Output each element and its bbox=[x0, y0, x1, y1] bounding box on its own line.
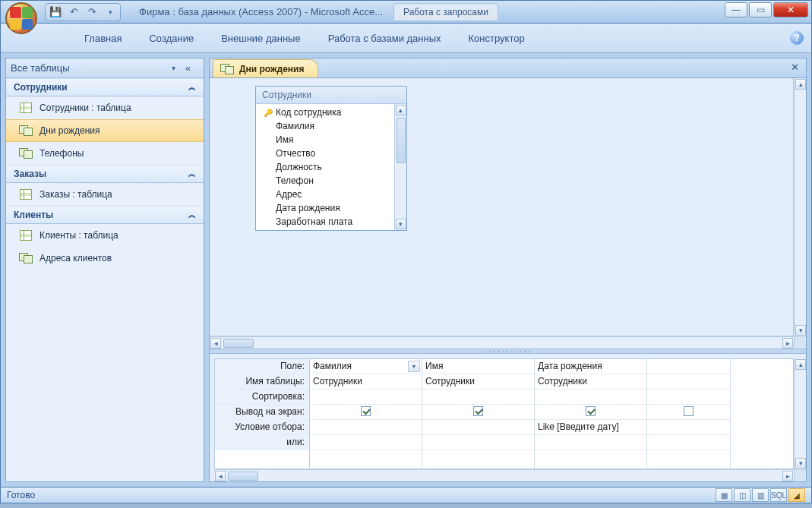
nav-item-telefony[interactable]: Телефоны bbox=[6, 142, 204, 165]
cell-or[interactable] bbox=[310, 435, 422, 450]
field-list-sotrudniki[interactable]: Сотрудники 🔑Код сотрудника Фамилия Имя О… bbox=[255, 86, 407, 231]
nav-item-dni-rozhdeniya[interactable]: Дни рождения bbox=[6, 119, 204, 142]
cell-sort[interactable] bbox=[535, 390, 646, 405]
scroll-down-icon[interactable]: ▾ bbox=[795, 325, 806, 336]
checkbox-icon[interactable] bbox=[473, 406, 483, 416]
cell-table[interactable]: Сотрудники bbox=[535, 374, 646, 390]
nav-group-sotrudniki[interactable]: Сотрудники ︽ bbox=[6, 78, 204, 96]
cell-sort[interactable] bbox=[422, 390, 534, 405]
nav-item-sotrudniki-table[interactable]: Сотрудники : таблица bbox=[6, 96, 204, 119]
nav-header[interactable]: Все таблицы ▾ « bbox=[6, 58, 204, 78]
field-list-scrollbar[interactable]: ▴ ▾ bbox=[394, 104, 406, 230]
cell-field[interactable]: Дата рождения bbox=[535, 359, 646, 374]
cell-criteria[interactable]: Like [Введите дату] bbox=[535, 420, 646, 435]
field-row[interactable]: Отчество bbox=[264, 147, 391, 160]
workspace: Все таблицы ▾ « Сотрудники ︽ Сотрудники … bbox=[0, 53, 812, 487]
view-datasheet-button[interactable]: ▦ bbox=[716, 488, 732, 502]
upper-horizontal-scrollbar[interactable]: ◂ ▸ bbox=[210, 336, 794, 349]
scroll-down-icon[interactable]: ▾ bbox=[396, 219, 406, 229]
document-close-button[interactable]: ✕ bbox=[788, 62, 801, 74]
redo-icon[interactable]: ↷ bbox=[85, 5, 99, 19]
field-row[interactable]: Заработная плата bbox=[264, 215, 391, 229]
pane-splitter[interactable]: • • • • • • • • • • • bbox=[210, 349, 806, 354]
close-button[interactable]: ✕ bbox=[773, 2, 808, 17]
scroll-thumb[interactable] bbox=[223, 339, 254, 348]
field-row[interactable]: Фамилия bbox=[264, 119, 391, 133]
cell-or[interactable] bbox=[422, 435, 534, 450]
nav-group-klienty[interactable]: Клиенты ︽ bbox=[6, 206, 204, 224]
cell-or[interactable] bbox=[535, 435, 646, 450]
row-label-sort: Сортировка: bbox=[215, 390, 309, 405]
checkbox-icon[interactable] bbox=[586, 406, 596, 416]
dropdown-icon[interactable]: ▾ bbox=[408, 361, 420, 372]
scroll-thumb[interactable] bbox=[228, 472, 258, 481]
undo-icon[interactable]: ↶ bbox=[67, 5, 81, 19]
nav-item-label: Дни рождения bbox=[39, 125, 100, 136]
cell-field[interactable]: Имя bbox=[422, 359, 534, 374]
ribbon-tab-create[interactable]: Создание bbox=[141, 28, 201, 49]
quick-access-toolbar: 💾 ↶ ↷ ▾ bbox=[45, 3, 121, 21]
cell-show[interactable] bbox=[422, 405, 534, 420]
field-row[interactable]: Телефон bbox=[264, 174, 391, 188]
ribbon-tab-design[interactable]: Конструктор bbox=[461, 28, 532, 49]
view-sql-button[interactable]: SQL bbox=[770, 488, 787, 502]
upper-vertical-scrollbar[interactable]: ▴ ▾ bbox=[794, 78, 806, 336]
field-row[interactable]: 🔑Код сотрудника bbox=[264, 106, 391, 119]
context-tab[interactable]: Работа с запросами bbox=[393, 3, 498, 21]
cell-show[interactable] bbox=[310, 405, 422, 420]
view-design-button[interactable]: ◢ bbox=[788, 488, 805, 502]
nav-collapse-icon[interactable]: « bbox=[185, 62, 199, 74]
ribbon-tab-home[interactable]: Главная bbox=[77, 28, 129, 49]
scroll-down-icon[interactable]: ▾ bbox=[795, 458, 806, 469]
document-tab[interactable]: Дни рождения bbox=[213, 59, 318, 77]
scroll-right-icon[interactable]: ▸ bbox=[782, 338, 793, 349]
design-upper-pane[interactable]: Сотрудники 🔑Код сотрудника Фамилия Имя О… bbox=[210, 78, 806, 349]
cell-sort[interactable] bbox=[310, 390, 422, 405]
grid-column: Фамилия▾ Сотрудники bbox=[310, 359, 422, 469]
maximize-button[interactable]: ▭ bbox=[749, 2, 772, 17]
cell-field[interactable]: Фамилия▾ bbox=[310, 359, 422, 374]
chevron-up-icon: ︽ bbox=[188, 169, 196, 179]
field-row[interactable]: Должность bbox=[264, 160, 391, 174]
office-button[interactable] bbox=[5, 2, 37, 34]
cell-show[interactable] bbox=[535, 405, 646, 420]
nav-item-zakazy-table[interactable]: Заказы : таблица bbox=[6, 183, 204, 206]
cell-criteria[interactable] bbox=[422, 420, 534, 435]
cell-criteria[interactable] bbox=[310, 420, 422, 435]
row-label-table: Имя таблицы: bbox=[215, 374, 309, 390]
nav-group-zakazy[interactable]: Заказы ︽ bbox=[6, 165, 204, 183]
minimize-button[interactable]: — bbox=[725, 2, 747, 17]
scroll-left-icon[interactable]: ◂ bbox=[210, 338, 221, 349]
field-row[interactable]: Имя bbox=[264, 133, 391, 147]
scroll-up-icon[interactable]: ▴ bbox=[396, 105, 406, 115]
scroll-right-icon[interactable]: ▸ bbox=[782, 471, 793, 481]
scroll-thumb[interactable] bbox=[397, 118, 406, 163]
scroll-up-icon[interactable]: ▴ bbox=[795, 79, 806, 90]
field-row[interactable]: Дата рождения bbox=[264, 201, 391, 215]
field-row[interactable]: Адрес bbox=[264, 188, 391, 201]
nav-item-adresa-klientov[interactable]: Адреса клиентов bbox=[6, 247, 204, 270]
cell-table[interactable]: Сотрудники bbox=[310, 374, 422, 390]
nav-dropdown-icon[interactable]: ▾ bbox=[172, 64, 182, 72]
scroll-up-icon[interactable]: ▴ bbox=[795, 359, 806, 370]
cell-table[interactable]: Сотрудники bbox=[422, 374, 534, 390]
view-chart-button[interactable]: ▥ bbox=[752, 488, 769, 502]
lower-vertical-scrollbar[interactable]: ▴ ▾ bbox=[794, 358, 806, 469]
checkbox-icon[interactable] bbox=[361, 406, 371, 416]
row-label-criteria: Условие отбора: bbox=[215, 420, 309, 435]
save-icon[interactable]: 💾 bbox=[49, 5, 62, 19]
ribbon-tab-dbtools[interactable]: Работа с базами данных bbox=[321, 28, 449, 49]
view-pivot-button[interactable]: ◫ bbox=[734, 488, 750, 502]
key-icon: 🔑 bbox=[264, 109, 271, 117]
grid-columns: Фамилия▾ Сотрудники Имя Сотрудники bbox=[310, 359, 793, 469]
chevron-up-icon: ︽ bbox=[188, 82, 196, 93]
lower-horizontal-scrollbar[interactable]: ◂ ▸ bbox=[214, 469, 794, 481]
scroll-left-icon[interactable]: ◂ bbox=[215, 471, 226, 481]
nav-item-klienty-table[interactable]: Клиенты : таблица bbox=[6, 224, 204, 247]
qat-dropdown-icon[interactable]: ▾ bbox=[103, 5, 117, 19]
field-list-title: Сотрудники bbox=[256, 87, 406, 104]
ribbon-tab-external[interactable]: Внешние данные bbox=[213, 28, 308, 49]
checkbox-icon[interactable] bbox=[684, 406, 694, 416]
help-icon[interactable]: ? bbox=[790, 31, 804, 45]
nav-group-title: Клиенты bbox=[14, 210, 53, 220]
